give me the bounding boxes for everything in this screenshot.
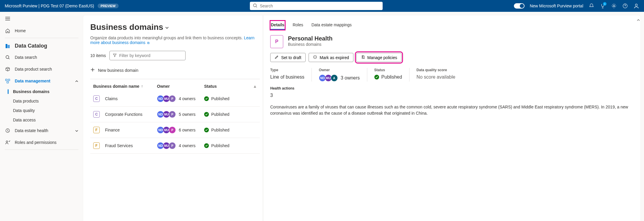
search-input[interactable] xyxy=(260,4,380,8)
domain-letter-badge: C xyxy=(93,95,100,102)
health-actions-value: 3 xyxy=(270,93,633,98)
svg-point-4 xyxy=(635,4,638,6)
domain-letter-badge: C xyxy=(93,111,100,118)
svg-point-0 xyxy=(253,4,256,7)
check-icon xyxy=(204,143,209,148)
col-owner[interactable]: Owner xyxy=(157,84,204,89)
nav-roles-permissions[interactable]: Roles and permissions xyxy=(0,136,83,148)
subnav-data-products[interactable]: Data products xyxy=(0,96,83,106)
list-panel: Business domains Organize data products … xyxy=(83,15,263,221)
tab-roles[interactable]: Roles xyxy=(292,21,304,30)
filter-input[interactable] xyxy=(119,53,182,58)
divider xyxy=(5,150,78,150)
preview-badge: PREVIEW xyxy=(98,4,119,8)
nav-data-management[interactable]: Data management xyxy=(0,75,83,87)
avatar: P xyxy=(169,111,176,118)
settings-icon[interactable] xyxy=(611,3,617,9)
owner-count: 5 owners xyxy=(179,112,196,117)
search-icon xyxy=(253,3,260,9)
filter-input-wrap[interactable] xyxy=(109,51,186,60)
nav-home[interactable]: Home xyxy=(0,25,83,37)
global-search[interactable] xyxy=(250,2,383,10)
manage-policies-button[interactable]: Manage policies xyxy=(356,53,402,62)
tab-details[interactable]: Details xyxy=(270,21,285,30)
svg-rect-14 xyxy=(7,82,8,83)
domain-letter-badge: F xyxy=(93,142,100,149)
svg-rect-9 xyxy=(8,45,10,48)
policies-icon xyxy=(361,55,365,60)
bell-icon[interactable] xyxy=(589,3,594,9)
domain-letter-badge: P xyxy=(270,35,283,48)
help-icon[interactable] xyxy=(622,3,628,9)
table-row[interactable]: F Fraud Services ND MU P 4 owners Publis… xyxy=(90,138,260,154)
owner-count: 4 owners xyxy=(179,96,196,101)
owner-count: 4 owners xyxy=(179,143,196,148)
subnav-data-quality[interactable]: Data quality xyxy=(0,106,83,115)
owner-avatars: ND MU A xyxy=(319,74,338,82)
svg-line-1 xyxy=(256,6,257,7)
subnav-data-access[interactable]: Data access xyxy=(0,115,83,125)
check-icon xyxy=(204,112,209,117)
owner-avatars: ND MU P xyxy=(157,142,176,149)
meta-type: Type Line of business xyxy=(270,68,312,82)
hamburger-icon[interactable] xyxy=(0,17,83,25)
col-status[interactable]: Status▲ xyxy=(204,84,257,89)
avatar: P xyxy=(169,95,176,102)
health-icon xyxy=(5,128,11,134)
domain-letter-badge: F xyxy=(93,127,100,133)
set-to-draft-button[interactable]: Set to draft xyxy=(270,53,306,62)
sort-icon: ▲ xyxy=(253,84,257,89)
status-text: Published xyxy=(211,96,230,101)
col-name[interactable]: Business domain name ↑ xyxy=(93,84,157,89)
section-title: Data Catalog xyxy=(0,40,83,51)
meta-status: Status Published xyxy=(374,68,409,82)
svg-rect-12 xyxy=(6,79,7,81)
table-row[interactable]: C Claims ND MU P 4 owners Published xyxy=(90,91,260,107)
table-row[interactable]: F Finance ND MU P 6 owners Published xyxy=(90,122,260,138)
plus-icon xyxy=(90,67,95,73)
chevron-down-icon xyxy=(75,129,78,132)
svg-point-2 xyxy=(613,5,614,6)
sort-up-icon: ↑ xyxy=(141,84,143,88)
table-header: Business domain name ↑ Owner Status▲ xyxy=(90,82,260,91)
divider xyxy=(90,79,260,79)
svg-rect-8 xyxy=(6,44,7,48)
meta-quality: Data quality score No score available xyxy=(417,68,463,82)
table-body[interactable]: C Claims ND MU P 4 owners Published C Co… xyxy=(90,91,260,154)
subnav-business-domains[interactable]: Business domains xyxy=(0,87,83,96)
chevron-down-icon[interactable] xyxy=(165,22,169,32)
edit-icon xyxy=(275,55,279,60)
check-icon xyxy=(204,128,209,132)
table-row[interactable]: C Corporate Functions ND MU P 5 owners P… xyxy=(90,107,260,122)
nav-product-search[interactable]: Data product search xyxy=(0,63,83,75)
description-text: Coronaviruses are a family of viruses th… xyxy=(270,104,633,116)
management-icon xyxy=(5,78,11,84)
avatar: P xyxy=(169,126,176,134)
detail-panel: Details Roles Data estate mappings P Per… xyxy=(263,15,640,221)
avatar: A xyxy=(331,74,338,82)
notif-badge: 1 xyxy=(603,2,607,6)
nav-data-search[interactable]: Data search xyxy=(0,51,83,63)
external-link-icon: ⧉ xyxy=(147,41,150,45)
portal-toggle[interactable] xyxy=(514,3,525,9)
tab-mappings[interactable]: Data estate mappings xyxy=(311,21,352,30)
page-description: Organize data products into meaningful g… xyxy=(90,35,260,45)
owner-avatars: ND MU P xyxy=(157,126,176,134)
scroll-up-icon[interactable] xyxy=(637,18,640,22)
new-domain-button[interactable]: New business domain xyxy=(90,65,260,75)
sidebar: Home Data Catalog Data search Data produ… xyxy=(0,12,83,221)
nav-estate-health[interactable]: Data estate health xyxy=(0,125,83,136)
portal-label: New Microsoft Purview portal xyxy=(530,4,583,8)
meta-owner: Owner ND MU A 3 owners xyxy=(319,68,367,82)
owner-count: 6 owners xyxy=(179,128,196,132)
status-text: Published xyxy=(211,128,230,132)
filter-icon xyxy=(113,53,117,58)
diagnostics-icon[interactable]: 1 xyxy=(600,3,606,9)
domain-name: Corporate Functions xyxy=(105,112,142,117)
catalog-icon xyxy=(5,43,11,49)
domain-name: Claims xyxy=(105,96,118,101)
mark-expired-button[interactable]: Mark as expired xyxy=(309,53,353,62)
chevron-up-icon xyxy=(75,79,78,83)
account-icon[interactable] xyxy=(633,3,639,9)
check-icon xyxy=(204,96,209,101)
